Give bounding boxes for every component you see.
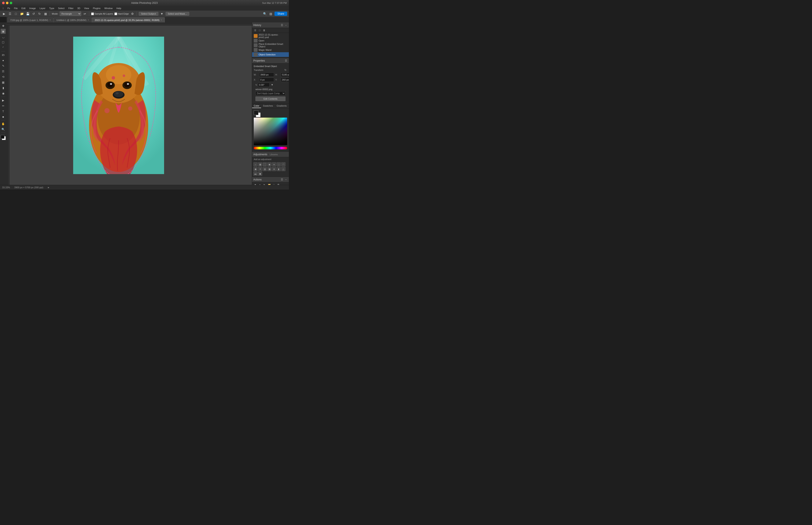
foreground-color[interactable] xyxy=(1,135,4,139)
clone-stamp-tool[interactable]: ☴ xyxy=(1,69,6,74)
adjustments-header[interactable]: Adjustments Libraries xyxy=(252,152,289,157)
tab-1[interactable]: 7150.jpg @ 100% (Layer 1, RGB/8#) × xyxy=(7,17,53,22)
gradient-map-adj-icon[interactable]: ▬ xyxy=(253,171,258,176)
menu-image[interactable]: Image xyxy=(28,6,37,10)
search-btn[interactable]: 🔍 xyxy=(263,12,267,16)
settings-btn[interactable]: ⚙ xyxy=(130,12,135,16)
status-arrow[interactable]: ► xyxy=(48,186,50,189)
share-button[interactable]: Share xyxy=(275,12,287,16)
close-button[interactable] xyxy=(2,2,5,4)
levels-adj-icon[interactable]: ▩ xyxy=(258,162,262,166)
history-new-doc-btn[interactable]: □ xyxy=(258,28,262,32)
maximize-button[interactable] xyxy=(10,2,12,4)
play-action-btn[interactable]: ▶ xyxy=(263,183,266,185)
menu-view[interactable]: View xyxy=(82,6,91,10)
x-input[interactable] xyxy=(259,78,274,82)
shape-tool[interactable]: ■ xyxy=(1,114,6,119)
delete-action-btn[interactable]: 🗑 xyxy=(277,183,280,185)
selective-color-adj-icon[interactable]: ◼ xyxy=(258,171,262,176)
menu-window[interactable]: Window xyxy=(103,6,114,10)
menu-select[interactable]: Select xyxy=(57,6,66,10)
save-btn[interactable]: 💾 xyxy=(25,12,30,16)
zoom-tool[interactable]: 🔍 xyxy=(1,127,6,132)
channel-mixer-adj-icon[interactable]: ▨ xyxy=(263,167,267,171)
minimize-button[interactable] xyxy=(6,2,9,4)
tab-2[interactable]: Untitled-1 @ 100% (RGB/8#) × xyxy=(54,17,92,22)
arrange-btn[interactable]: ▦ xyxy=(43,12,48,16)
select-subject-button[interactable]: Select Subject xyxy=(139,12,158,16)
posterize-adj-icon[interactable]: ▮ xyxy=(277,167,281,171)
history-item-place[interactable]: Place Embedded Smart Object xyxy=(252,43,289,48)
select-subject-dropdown[interactable]: ▼ xyxy=(160,12,164,16)
swap-mode-btn[interactable]: ⇌ xyxy=(82,12,87,16)
hard-edge-checkbox[interactable] xyxy=(114,13,117,15)
bw-adj-icon[interactable]: ▣ xyxy=(253,167,258,171)
libraries-label[interactable]: Libraries xyxy=(270,153,278,156)
tab-2-close[interactable]: × xyxy=(88,19,89,21)
history-item-open[interactable]: Open xyxy=(252,38,289,43)
color-picker[interactable] xyxy=(0,135,6,140)
color-field[interactable] xyxy=(254,118,287,145)
color-balance-adj-icon[interactable]: ◠ xyxy=(281,162,286,166)
actions-menu-btn[interactable]: ☰ xyxy=(280,178,284,181)
new-doc-btn[interactable]: □ xyxy=(14,12,18,16)
properties-panel-header[interactable]: Properties ☰ xyxy=(252,58,289,63)
menu-layer[interactable]: Layer xyxy=(38,6,47,10)
history-collapse-btn[interactable]: − xyxy=(284,24,288,27)
tab-3[interactable]: 2022-12-31-queso-print1.psd @ 33.3% (win… xyxy=(92,17,165,22)
h-input[interactable] xyxy=(281,73,289,77)
edit-contents-button[interactable]: Edit Contents xyxy=(256,96,286,101)
history-trash-btn[interactable]: 🗑 xyxy=(262,28,266,32)
spot-heal-tool[interactable]: ● xyxy=(1,58,6,63)
actions-panel-header[interactable]: Actions ☰ − xyxy=(252,177,289,182)
mode-select[interactable]: Rectangle Ellipse Single Row Single Colu… xyxy=(60,12,81,16)
record-action-btn[interactable]: ● xyxy=(258,183,262,185)
workspace-btn[interactable]: ▨ xyxy=(269,12,273,16)
threshold-adj-icon[interactable]: △ xyxy=(281,167,286,171)
invert-adj-icon[interactable]: ⊗ xyxy=(272,167,276,171)
menu-ps[interactable]: Ps xyxy=(6,6,12,10)
menu-type[interactable]: Type xyxy=(48,6,56,10)
tab-3-close[interactable]: × xyxy=(161,19,162,21)
type-tool[interactable]: T xyxy=(1,109,6,114)
pen-tool[interactable]: ✏ xyxy=(1,103,6,108)
curves-adj-icon[interactable]: ⛶ xyxy=(263,162,267,166)
lasso-tool[interactable]: ◡ xyxy=(1,34,6,39)
angle-input[interactable] xyxy=(258,83,270,87)
hue-slider[interactable] xyxy=(254,147,287,149)
color-tab-patterns[interactable]: Patterns xyxy=(289,104,289,108)
angle-dropdown[interactable]: ▼ xyxy=(271,83,274,87)
properties-menu-btn[interactable]: ☰ xyxy=(284,59,288,62)
traffic-lights[interactable] xyxy=(2,2,12,4)
undo-btn[interactable]: ↺ xyxy=(31,12,36,16)
color-tab-gradients[interactable]: Gradients xyxy=(275,104,289,108)
color-tab-swatches[interactable]: Swatches xyxy=(261,104,275,108)
canvas-area[interactable] xyxy=(10,26,252,185)
history-menu-btn[interactable]: ☰ xyxy=(280,24,284,27)
redo-btn[interactable]: ↻ xyxy=(37,12,42,16)
actions-collapse-btn[interactable]: − xyxy=(284,178,288,181)
menu-plugins[interactable]: Plugins xyxy=(91,6,102,10)
foreground-swatch[interactable] xyxy=(254,110,258,115)
open-btn[interactable]: 📁 xyxy=(19,12,24,16)
color-tab-color[interactable]: Color xyxy=(252,104,261,108)
history-panel-header[interactable]: History ☰ − xyxy=(252,22,289,28)
fg-bg-swatches[interactable] xyxy=(252,109,289,116)
w-input[interactable] xyxy=(259,73,274,77)
color-lookup-adj-icon[interactable]: ▦ xyxy=(267,167,272,171)
new-action-set-btn[interactable]: 📁 xyxy=(267,183,271,185)
layer-comp-select[interactable]: Don't Apply Layer Comp xyxy=(256,91,286,95)
menu-apple[interactable]:  xyxy=(1,6,5,10)
new-action-btn[interactable]: □ xyxy=(272,183,276,185)
menu-file[interactable]: File xyxy=(12,6,19,10)
eyedropper-tool[interactable]: 🗁 xyxy=(1,52,6,57)
vibrance-adj-icon[interactable]: ♦ xyxy=(272,162,276,166)
marquee-tool[interactable]: ▣ xyxy=(1,29,6,34)
y-input[interactable] xyxy=(281,78,289,82)
photo-filter-adj-icon[interactable]: ☀ xyxy=(258,167,262,171)
select-and-mask-button[interactable]: Select and Mask... xyxy=(166,12,189,16)
hue-sat-adj-icon[interactable]: ◌ xyxy=(277,162,281,166)
history-item-selection[interactable]: Object Selection xyxy=(252,52,289,57)
exposure-adj-icon[interactable]: ◉ xyxy=(267,162,272,166)
crop-tool[interactable]: ⌜ xyxy=(1,45,6,50)
